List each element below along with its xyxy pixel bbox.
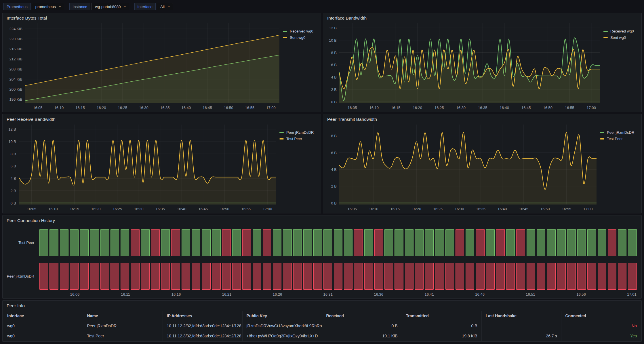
status-bar-down bbox=[476, 229, 484, 256]
legend-label: Sent wg0 bbox=[290, 35, 305, 40]
column-header-ip-addresses[interactable]: IP Addresses bbox=[163, 311, 242, 321]
legend-item-peer-jrzmdsdr[interactable]: Peer jRzmDsDR bbox=[279, 130, 314, 135]
status-bar-up bbox=[628, 229, 637, 256]
status-row-label: Test Peer bbox=[5, 229, 39, 256]
status-bar-down bbox=[202, 263, 210, 290]
panel-title[interactable]: Peer Connection History bbox=[7, 218, 55, 223]
legend-label: Test Peer bbox=[286, 137, 302, 141]
chevron-down-icon: ⌄ bbox=[123, 4, 126, 8]
x-tick-label: 16:30 bbox=[139, 106, 148, 110]
status-history-rows[interactable]: Test PeerPeer jRzmDsDR bbox=[5, 227, 637, 290]
legend-item-sent-wg0[interactable]: Sent wg0 bbox=[283, 35, 305, 40]
panel-title[interactable]: Peer Transmit Bandwidth bbox=[327, 117, 377, 122]
status-bar-up bbox=[537, 229, 545, 256]
table-cell-connected: No bbox=[561, 321, 641, 331]
status-bar-down bbox=[151, 263, 160, 290]
status-bar-down bbox=[293, 263, 302, 290]
legend-item-sent-wg0[interactable]: Sent wg0 bbox=[603, 35, 626, 40]
status-bar-up bbox=[90, 229, 99, 256]
filter-value-text: All bbox=[160, 5, 165, 9]
column-header-last-handshake[interactable]: Last Handshake bbox=[481, 311, 561, 321]
filter-value-interface-dropdown[interactable]: All ⌄ bbox=[157, 3, 173, 10]
time-tick-label: 16:06 bbox=[70, 292, 80, 297]
chart-canvas[interactable] bbox=[19, 125, 276, 205]
chart-grid-area: 0 B2 B4 B6 B8 B10 B12 B bbox=[5, 125, 276, 205]
filter-value-text: wg-portal:8080 bbox=[95, 5, 121, 9]
x-tick-label: 16:30 bbox=[134, 207, 144, 211]
x-tick-label: 16:25 bbox=[433, 207, 443, 211]
plot-area[interactable] bbox=[19, 125, 276, 205]
legend-item-test-peer[interactable]: Test Peer bbox=[279, 137, 302, 141]
filter-label-instance: Instance bbox=[69, 3, 90, 10]
status-bar-down bbox=[212, 263, 221, 290]
chevron-down-icon: ⌄ bbox=[167, 4, 170, 8]
peer-info-table: InterfaceNameIP AddressesPublic KeyRecei… bbox=[3, 311, 641, 341]
status-bar-down bbox=[395, 263, 403, 290]
panel-header: Peer Info bbox=[3, 301, 641, 310]
timeseries-chart: 196 KiB200 KiB204 KiB208 KiB212 KiB216 K… bbox=[3, 23, 321, 112]
column-header-public-key[interactable]: Public Key bbox=[242, 311, 322, 321]
status-bar-up bbox=[141, 229, 150, 256]
filter-prometheus: Prometheus prometheus ⌄ bbox=[3, 3, 64, 10]
status-bar-down bbox=[100, 263, 109, 290]
status-bar-up bbox=[49, 229, 58, 256]
chart-grid-area: 0 B2 B4 B6 B8 B10 B12 B bbox=[325, 23, 600, 103]
chart-main: 0 B2 B4 B6 B8 B16:0516:1016:1516:2016:25… bbox=[325, 125, 597, 212]
column-header-interface[interactable]: Interface bbox=[3, 311, 83, 321]
status-bar-up bbox=[192, 229, 200, 256]
status-bar-down bbox=[374, 263, 383, 290]
column-header-connected[interactable]: Connected bbox=[561, 311, 641, 321]
status-bar-up bbox=[212, 229, 221, 256]
legend-item-test-peer[interactable]: Test Peer bbox=[600, 137, 623, 141]
status-bar-down bbox=[567, 263, 576, 290]
time-tick-label: 16:31 bbox=[323, 292, 333, 297]
plot-area[interactable] bbox=[339, 23, 600, 103]
panel-title[interactable]: Interface Bandwidth bbox=[327, 16, 367, 21]
chart-canvas[interactable] bbox=[25, 23, 279, 103]
y-tick-label: 2 B bbox=[331, 87, 337, 91]
x-tick-label: 16:55 bbox=[562, 207, 571, 211]
legend-item-received-wg0[interactable]: Received wg0 bbox=[603, 29, 634, 33]
x-tick-label: 16:05 bbox=[347, 207, 357, 211]
x-tick-label: 16:50 bbox=[540, 207, 550, 211]
column-header-received[interactable]: Received bbox=[322, 311, 402, 321]
status-bar-up bbox=[547, 229, 555, 256]
chart-legend: Received wg0Sent wg0 bbox=[600, 23, 640, 111]
time-tick-label: 16:16 bbox=[172, 292, 181, 297]
filter-value-prometheus-dropdown[interactable]: prometheus ⌄ bbox=[32, 3, 64, 10]
status-bar-down bbox=[283, 263, 291, 290]
chart-canvas[interactable] bbox=[339, 125, 597, 205]
x-tick-label: 16:30 bbox=[456, 106, 466, 110]
table-header-row: InterfaceNameIP AddressesPublic KeyRecei… bbox=[3, 311, 641, 321]
panel-title[interactable]: Interface Bytes Total bbox=[7, 16, 47, 21]
status-bar-down bbox=[80, 263, 89, 290]
column-header-name[interactable]: Name bbox=[83, 311, 163, 321]
plot-area[interactable] bbox=[339, 125, 597, 205]
legend-swatch bbox=[603, 31, 608, 32]
panel-title[interactable]: Peer Receive Bandwidth bbox=[7, 117, 56, 122]
status-bar-down bbox=[435, 263, 444, 290]
chart-canvas[interactable] bbox=[339, 23, 600, 103]
status-bar-up bbox=[384, 229, 393, 256]
legend-item-peer-jrzmdsdr[interactable]: Peer jRzmDsDR bbox=[600, 130, 634, 135]
time-tick-label: 16:41 bbox=[424, 292, 434, 297]
x-tick-label: 16:35 bbox=[155, 207, 165, 211]
legend-item-received-wg0[interactable]: Received wg0 bbox=[283, 29, 313, 33]
status-bar-up bbox=[445, 229, 454, 256]
status-bar-down bbox=[313, 263, 322, 290]
status-bar-up bbox=[557, 229, 566, 256]
filter-instance: Instance wg-portal:8080 ⌄ bbox=[69, 3, 129, 10]
column-header-transmitted[interactable]: Transmitted bbox=[402, 311, 481, 321]
plot-area[interactable] bbox=[25, 23, 279, 103]
panel-header: Interface Bandwidth bbox=[323, 13, 641, 23]
x-tick-label: 16:40 bbox=[498, 207, 507, 211]
status-bar-up bbox=[60, 229, 68, 256]
status-bar-down bbox=[151, 229, 160, 256]
filter-value-instance-dropdown[interactable]: wg-portal:8080 ⌄ bbox=[92, 3, 129, 10]
status-bar-up bbox=[100, 229, 109, 256]
table-cell-public-key: +8he+pyWH7Oa9g2FVjIxQzy04brLX+D bbox=[242, 331, 322, 341]
panel-title[interactable]: Peer Info bbox=[7, 303, 25, 308]
status-bar-down bbox=[608, 263, 616, 290]
table-row: wg0Test Peer10.11.12.3/32,fdfd:d3ad:c0de… bbox=[3, 331, 641, 341]
y-axis: 0 B2 B4 B6 B8 B10 B12 B bbox=[325, 23, 339, 103]
